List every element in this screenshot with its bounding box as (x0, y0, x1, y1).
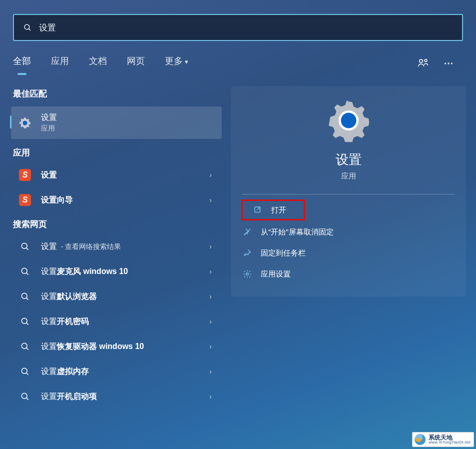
svg-line-15 (26, 323, 28, 325)
detail-panel: 设置 应用 打开 从"开始"屏幕取消固定 (231, 86, 466, 296)
app-result[interactable]: S 设置向导 › (11, 188, 222, 212)
action-open[interactable]: 打开 (241, 200, 305, 220)
svg-point-16 (21, 343, 27, 348)
svg-point-10 (21, 268, 27, 274)
section-best-match: 最佳匹配 (11, 83, 222, 104)
action-unpin-start[interactable]: 从"开始"屏幕取消固定 (231, 222, 466, 242)
pin-icon (242, 248, 253, 258)
chevron-right-icon: › (209, 342, 212, 350)
result-subtitle: 应用 (41, 124, 215, 133)
action-app-settings[interactable]: 应用设置 (231, 264, 466, 284)
action-label: 从"开始"屏幕取消固定 (261, 228, 334, 237)
svg-line-1 (28, 28, 30, 30)
svg-line-11 (26, 273, 28, 275)
svg-point-3 (425, 60, 427, 62)
svg-point-8 (21, 243, 27, 248)
chevron-right-icon: › (209, 171, 212, 179)
svg-line-13 (26, 298, 28, 300)
tab-all[interactable]: 全部 (13, 55, 31, 72)
gear-icon (327, 99, 370, 142)
action-label: 固定到任务栏 (261, 248, 306, 258)
globe-icon (415, 434, 426, 445)
svg-point-18 (21, 368, 27, 374)
detail-title: 设置 (336, 151, 362, 168)
chevron-right-icon: › (209, 368, 212, 376)
svg-point-23 (341, 113, 356, 128)
separator (242, 194, 455, 194)
chevron-down-icon: ▾ (185, 58, 188, 66)
svg-point-12 (21, 293, 27, 298)
detail-subtitle: 应用 (341, 172, 356, 181)
sogou-icon: S (19, 169, 31, 181)
result-title: 设置开机密码 (41, 316, 209, 327)
action-label: 打开 (271, 206, 286, 215)
svg-point-2 (420, 60, 423, 62)
best-match-result[interactable]: 设置 应用 (11, 106, 222, 139)
tab-web[interactable]: 网页 (127, 55, 145, 72)
more-options-icon[interactable] (443, 58, 454, 69)
svg-point-26 (246, 273, 249, 276)
action-pin-taskbar[interactable]: 固定到任务栏 (231, 242, 466, 264)
search-icon (18, 364, 32, 378)
app-result[interactable]: S 设置 › (11, 162, 222, 188)
web-result[interactable]: 设置麦克风 windows 10› (11, 259, 222, 284)
result-title: 设置麦克风 windows 10 (41, 266, 209, 277)
search-icon (18, 290, 32, 304)
svg-point-20 (21, 393, 27, 398)
section-apps: 应用 (11, 142, 222, 162)
result-title: 设置开机启动项 (41, 392, 209, 402)
web-result[interactable]: 设置默认浏览器› (11, 284, 222, 309)
search-icon (18, 240, 32, 254)
open-icon (252, 204, 263, 216)
web-result[interactable]: 设置开机密码› (11, 309, 222, 334)
search-query-text: 设置 (39, 22, 56, 34)
result-title: 设置恢复驱动器 windows 10 (41, 342, 209, 352)
sogou-icon: S (19, 194, 31, 206)
action-label: 应用设置 (261, 270, 291, 279)
watermark: 系统天地 www.XiTongTianDi.net (412, 432, 474, 447)
chevron-right-icon: › (209, 196, 212, 204)
svg-line-21 (26, 398, 28, 400)
result-title: 设置 (41, 112, 215, 123)
chevron-right-icon: › (209, 392, 212, 400)
svg-line-19 (26, 373, 28, 375)
svg-point-5 (448, 62, 449, 64)
web-result[interactable]: 设置虚拟内存› (11, 359, 222, 384)
chevron-right-icon: › (209, 292, 212, 300)
result-title: 设置虚拟内存 (41, 366, 209, 377)
svg-point-6 (451, 62, 453, 64)
web-result[interactable]: 设置 - 查看网络搜索结果› (11, 234, 222, 259)
web-result[interactable]: 设置开机启动项› (11, 384, 222, 409)
search-icon (23, 23, 32, 32)
tab-more[interactable]: 更多▾ (165, 55, 188, 72)
svg-line-9 (26, 248, 28, 250)
search-icon (18, 390, 32, 404)
svg-point-4 (445, 62, 446, 64)
svg-point-14 (21, 318, 27, 324)
search-icon (18, 264, 32, 278)
chevron-right-icon: › (209, 318, 212, 326)
gear-icon (242, 268, 253, 280)
svg-point-7 (22, 120, 27, 125)
svg-line-17 (26, 348, 28, 350)
chevron-right-icon: › (209, 268, 212, 276)
svg-point-0 (24, 24, 29, 30)
search-icon (18, 340, 32, 354)
search-icon (18, 314, 32, 328)
section-search-web: 搜索网页 (11, 214, 222, 234)
result-title: 设置向导 (41, 196, 73, 204)
result-title: 设置 (41, 170, 57, 179)
unpin-icon (242, 226, 253, 238)
search-input[interactable]: 设置 (13, 14, 463, 41)
tab-apps[interactable]: 应用 (51, 55, 69, 72)
gear-icon (18, 116, 32, 130)
filter-tabs: 全部 应用 文档 网页 更多▾ (0, 41, 476, 72)
web-result[interactable]: 设置恢复驱动器 windows 10› (11, 334, 222, 359)
tab-documents[interactable]: 文档 (89, 55, 107, 72)
account-icon[interactable] (417, 58, 429, 70)
result-title: 设置默认浏览器 (41, 292, 209, 302)
result-title: 设置 - 查看网络搜索结果 (41, 242, 209, 252)
chevron-right-icon: › (209, 242, 212, 250)
